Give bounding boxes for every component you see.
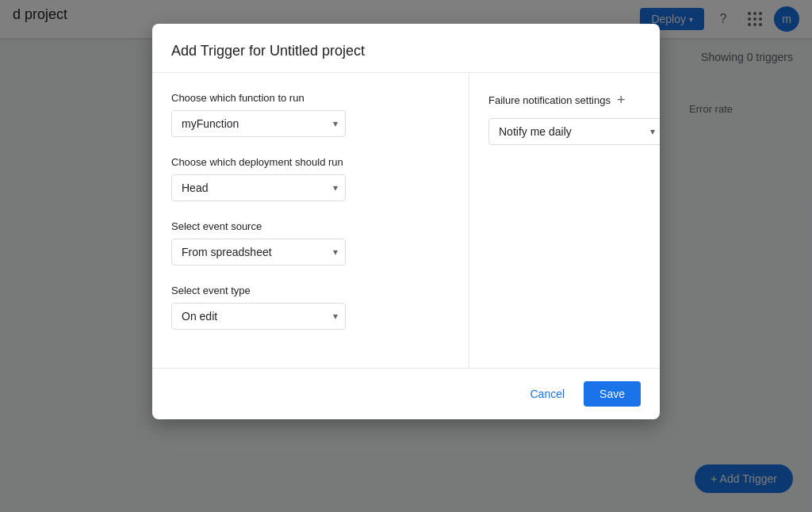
event-source-section: Select event source From spreadsheet Tim… bbox=[171, 220, 450, 266]
dialog-body: Choose which function to run myFunction … bbox=[152, 73, 660, 368]
dialog-footer: Cancel Save bbox=[152, 368, 660, 419]
deployment-section: Choose which deployment should run Head … bbox=[171, 156, 450, 201]
dialog-title: Add Trigger for Untitled project bbox=[152, 24, 660, 73]
function-label: Choose which function to run bbox=[171, 92, 450, 104]
event-source-label: Select event source bbox=[171, 220, 450, 232]
event-type-select[interactable]: On edit On change On open On form submit bbox=[171, 303, 346, 330]
notification-select[interactable]: Notify me daily Notify me immediately No… bbox=[488, 118, 660, 145]
event-type-select-wrapper: On edit On change On open On form submit… bbox=[171, 303, 346, 330]
deployment-label: Choose which deployment should run bbox=[171, 156, 450, 168]
event-source-select[interactable]: From spreadsheet Time-driven bbox=[171, 239, 346, 266]
add-notification-icon[interactable]: + bbox=[617, 92, 626, 109]
function-select[interactable]: myFunction bbox=[171, 110, 346, 137]
deployment-select[interactable]: Head Latest bbox=[171, 174, 346, 201]
event-type-label: Select event type bbox=[171, 285, 450, 296]
event-source-select-wrapper: From spreadsheet Time-driven ▾ bbox=[171, 239, 346, 266]
save-button[interactable]: Save bbox=[584, 381, 641, 407]
cancel-button[interactable]: Cancel bbox=[517, 381, 577, 407]
notification-select-wrapper: Notify me daily Notify me immediately No… bbox=[488, 118, 660, 145]
event-type-section: Select event type On edit On change On o… bbox=[171, 285, 450, 330]
function-section: Choose which function to run myFunction … bbox=[171, 92, 450, 137]
modal-overlay: Add Trigger for Untitled project Choose … bbox=[0, 0, 812, 512]
add-trigger-dialog: Add Trigger for Untitled project Choose … bbox=[152, 24, 660, 419]
notification-label: Failure notification settings bbox=[488, 94, 611, 106]
deployment-select-wrapper: Head Latest ▾ bbox=[171, 174, 346, 201]
function-select-wrapper: myFunction ▾ bbox=[171, 110, 346, 137]
dialog-right-panel: Failure notification settings + Notify m… bbox=[469, 73, 660, 368]
dialog-left-panel: Choose which function to run myFunction … bbox=[152, 73, 469, 368]
notification-section: Failure notification settings + bbox=[488, 92, 641, 109]
